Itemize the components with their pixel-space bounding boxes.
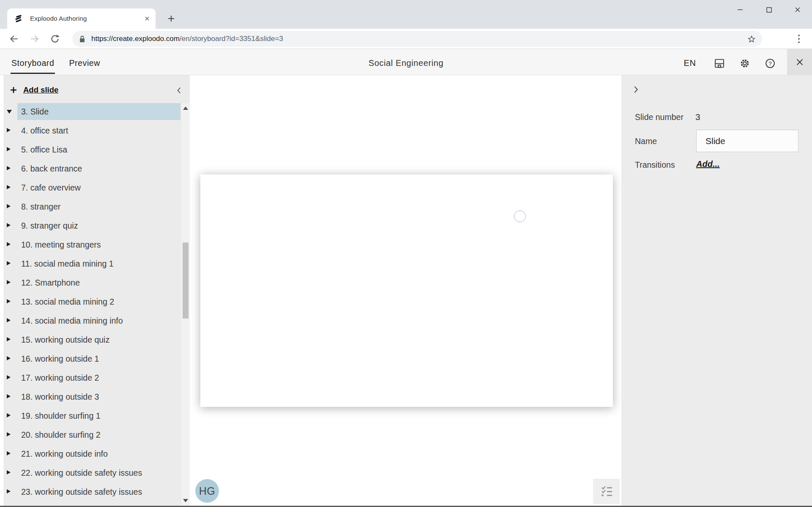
slide-item-highlight[interactable]: 4. office start bbox=[17, 122, 180, 139]
close-editor-button[interactable] bbox=[787, 49, 812, 75]
slide-item-highlight[interactable]: 11. social media mining 1 bbox=[17, 255, 180, 272]
slide-item-label: 6. back entrance bbox=[21, 164, 82, 174]
slide-item-highlight[interactable]: 15. working outside quiz bbox=[17, 331, 180, 348]
caret-right-icon[interactable] bbox=[7, 223, 11, 227]
collapse-panel-icon[interactable] bbox=[631, 84, 641, 95]
caret-right-icon[interactable] bbox=[7, 489, 11, 493]
slide-item-highlight[interactable]: 21. working outside info bbox=[17, 445, 180, 462]
slide-item-highlight[interactable]: 3. Slide bbox=[17, 103, 180, 120]
checklist-button[interactable] bbox=[593, 479, 620, 504]
slide-list-item[interactable]: 20. shoulder surfing 2 bbox=[4, 426, 180, 443]
slide-item-highlight[interactable]: 5. office Lisa bbox=[17, 141, 180, 158]
slide-list-item[interactable]: 23. working outside safety issues bbox=[4, 483, 180, 500]
slide-list-item[interactable]: 15. working outside quiz bbox=[4, 331, 180, 348]
caret-right-icon[interactable] bbox=[7, 394, 11, 398]
slide-list-item[interactable]: 6. back entrance bbox=[4, 160, 180, 177]
caret-right-icon[interactable] bbox=[7, 432, 11, 436]
caret-right-icon[interactable] bbox=[7, 147, 11, 151]
close-window-icon[interactable] bbox=[783, 0, 812, 19]
caret-right-icon[interactable] bbox=[7, 337, 11, 341]
help-icon[interactable]: ? bbox=[761, 49, 779, 75]
forward-icon[interactable] bbox=[27, 31, 43, 47]
save-icon[interactable] bbox=[710, 49, 729, 75]
slide-item-highlight[interactable]: 10. meeting strangers bbox=[17, 236, 180, 253]
caret-down-icon[interactable] bbox=[7, 110, 12, 114]
slide-list-item[interactable]: 9. stranger quiz bbox=[4, 217, 180, 234]
slide-item-highlight[interactable]: 6. back entrance bbox=[17, 160, 180, 177]
caret-right-icon[interactable] bbox=[7, 128, 11, 132]
slide-list-item[interactable]: 22. working outside safety issues bbox=[4, 464, 180, 481]
scrollbar-thumb[interactable] bbox=[183, 243, 189, 319]
slide-list-item[interactable]: 11. social media mining 1 bbox=[4, 255, 180, 272]
slide-list-item[interactable]: 19. shoulder surfing 1 bbox=[4, 407, 180, 424]
slide-list-item[interactable]: 21. working outside info bbox=[4, 445, 180, 462]
address-bar[interactable]: https://create.exploodo.com/en/storyboar… bbox=[72, 31, 762, 47]
caret-right-icon[interactable] bbox=[7, 166, 11, 170]
tab-storyboard[interactable]: Storyboard bbox=[11, 55, 55, 71]
app-header: Storyboard Preview Social Engineering EN bbox=[0, 49, 812, 75]
minimize-icon[interactable] bbox=[726, 0, 755, 19]
caret-right-icon[interactable] bbox=[7, 470, 11, 474]
slide-item-highlight[interactable]: 22. working outside safety issues bbox=[17, 464, 180, 481]
caret-right-icon[interactable] bbox=[7, 185, 11, 189]
slide-list-item[interactable]: 17. working outside 2 bbox=[4, 369, 180, 386]
slide-list-item[interactable]: 8. stranger bbox=[4, 198, 180, 215]
slide-item-highlight[interactable]: 23. working outside safety issues bbox=[17, 483, 180, 500]
slide-item-highlight[interactable]: 8. stranger bbox=[17, 198, 180, 215]
collapse-sidebar-icon[interactable] bbox=[175, 86, 184, 95]
slide-list-item[interactable]: 12. Smartphone bbox=[4, 274, 180, 291]
caret-right-icon[interactable] bbox=[7, 375, 11, 379]
bookmark-star-icon[interactable] bbox=[746, 34, 757, 45]
sidebar-scrollbar[interactable] bbox=[181, 103, 190, 506]
slide-item-highlight[interactable]: 20. shoulder surfing 2 bbox=[17, 426, 180, 443]
circle-shape[interactable] bbox=[514, 210, 526, 222]
slide-list-item[interactable]: 14. social media mining info bbox=[4, 312, 180, 329]
reload-icon[interactable] bbox=[47, 31, 63, 47]
tab-preview[interactable]: Preview bbox=[68, 55, 101, 71]
slide-list-item[interactable]: 16. working outside 1 bbox=[4, 350, 180, 367]
avatar[interactable]: HG bbox=[195, 479, 219, 503]
maximize-icon[interactable] bbox=[755, 0, 783, 19]
slide-canvas[interactable] bbox=[200, 174, 613, 407]
slide-item-highlight[interactable]: 9. stranger quiz bbox=[17, 217, 180, 234]
add-slide-button[interactable]: Add slide bbox=[10, 85, 58, 95]
slide-list-item[interactable]: 7. cafe overview bbox=[4, 179, 180, 196]
lock-icon[interactable] bbox=[79, 35, 86, 43]
slide-item-highlight[interactable]: 17. working outside 2 bbox=[17, 369, 180, 386]
browser-tab[interactable]: Exploodo Authoring bbox=[7, 8, 156, 29]
caret-right-icon[interactable] bbox=[7, 451, 11, 455]
slide-list-item[interactable]: 5. office Lisa bbox=[4, 141, 180, 158]
browser-menu-icon[interactable] bbox=[793, 33, 805, 45]
caret-right-icon[interactable] bbox=[7, 413, 11, 417]
slide-item-highlight[interactable]: 13. social media mining 2 bbox=[17, 293, 180, 310]
caret-right-icon[interactable] bbox=[7, 204, 11, 208]
slide-list-item[interactable]: 13. social media mining 2 bbox=[4, 293, 180, 310]
new-tab-button[interactable] bbox=[165, 12, 178, 25]
slide-list-item[interactable]: 3. Slide bbox=[4, 103, 180, 120]
caret-right-icon[interactable] bbox=[7, 318, 11, 322]
caret-right-icon[interactable] bbox=[7, 356, 11, 360]
url-text[interactable]: https://create.exploodo.com/en/storyboar… bbox=[91, 35, 283, 43]
slide-item-highlight[interactable]: 7. cafe overview bbox=[17, 179, 180, 196]
scroll-down-icon[interactable] bbox=[183, 499, 188, 502]
slide-item-highlight[interactable]: 16. working outside 1 bbox=[17, 350, 180, 367]
language-selector[interactable]: EN bbox=[681, 49, 699, 75]
add-transition-link[interactable]: Add... bbox=[696, 159, 720, 169]
caret-right-icon[interactable] bbox=[7, 242, 11, 246]
caret-right-icon[interactable] bbox=[7, 280, 11, 284]
slide-list-item[interactable]: 10. meeting strangers bbox=[4, 236, 180, 253]
caret-right-icon[interactable] bbox=[7, 261, 11, 265]
slide-item-highlight[interactable]: 18. working outside 3 bbox=[17, 388, 180, 405]
slide-list-item[interactable]: 18. working outside 3 bbox=[4, 388, 180, 405]
name-input[interactable] bbox=[696, 130, 798, 152]
caret-right-icon[interactable] bbox=[7, 299, 11, 303]
slide-item-highlight[interactable]: 19. shoulder surfing 1 bbox=[17, 407, 180, 424]
tab-close-icon[interactable] bbox=[144, 15, 150, 22]
scroll-up-icon[interactable] bbox=[183, 106, 188, 110]
settings-gear-icon[interactable] bbox=[735, 49, 754, 75]
slide-item-highlight[interactable]: 14. social media mining info bbox=[17, 312, 180, 329]
slide-item-highlight[interactable]: 12. Smartphone bbox=[17, 274, 180, 291]
back-icon[interactable] bbox=[6, 31, 22, 47]
slide-item-label: 11. social media mining 1 bbox=[21, 259, 114, 269]
slide-list-item[interactable]: 4. office start bbox=[4, 122, 180, 139]
